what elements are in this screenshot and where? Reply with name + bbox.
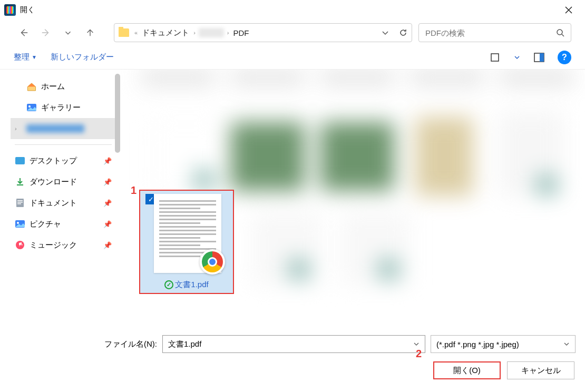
search-box[interactable] — [418, 23, 571, 42]
file-type-filter[interactable]: (*.pdf *.png *.jpg *.jpeg) — [431, 335, 576, 353]
filter-value: (*.pdf *.png *.jpg *.jpeg) — [436, 340, 519, 349]
chevron-down-icon — [63, 28, 73, 37]
main-area: ホーム ギャラリー › デスクトップ 📌 ダウンロード 📌 ドキュメント 📌 — [0, 70, 585, 328]
up-button[interactable] — [82, 25, 98, 41]
app-icon — [4, 4, 16, 16]
file-name-text: 文書1.pdf — [175, 280, 208, 290]
new-folder-label: 新しいフォルダー — [51, 52, 114, 62]
open-button[interactable]: 開く(O) — [433, 361, 501, 379]
sidebar-desktop-label: デスクトップ — [30, 156, 77, 166]
preview-pane-icon — [534, 53, 544, 62]
chevron-down-icon — [563, 341, 570, 347]
file-name-label: ✓ 文書1.pdf — [140, 280, 233, 290]
sidebar-item-documents[interactable]: ドキュメント 📌 — [11, 192, 116, 213]
svg-point-0 — [557, 30, 562, 35]
home-icon — [26, 82, 37, 91]
crumb-pdf[interactable]: PDF — [231, 28, 251, 37]
organize-bar: 整理▼ 新しいフォルダー ? — [0, 45, 585, 70]
folder-icon — [119, 28, 129, 37]
sync-ok-icon: ✓ — [164, 280, 173, 289]
pin-icon: 📌 — [103, 199, 112, 207]
sidebar-item-redacted[interactable]: › — [11, 118, 116, 139]
recent-dropdown[interactable] — [60, 25, 76, 41]
pin-icon: 📌 — [103, 241, 112, 249]
download-icon — [15, 177, 25, 187]
cancel-button[interactable]: キャンセル — [507, 361, 574, 379]
sidebar-item-home[interactable]: ホーム — [11, 76, 116, 97]
svg-rect-6 — [15, 157, 25, 164]
svg-rect-8 — [17, 200, 23, 201]
chevron-right-icon: › — [15, 125, 22, 132]
music-icon — [15, 240, 25, 250]
annotation-2: 2 — [416, 348, 422, 360]
svg-rect-10 — [17, 203, 21, 204]
new-folder-button[interactable]: 新しいフォルダー — [51, 52, 114, 62]
forward-button[interactable] — [38, 25, 54, 41]
title-bar: 開く — [0, 0, 585, 20]
svg-rect-9 — [17, 202, 23, 203]
sidebar-documents-label: ドキュメント — [30, 198, 77, 208]
svg-point-12 — [17, 222, 19, 224]
organize-label: 整理 — [14, 52, 30, 62]
close-icon — [565, 6, 572, 14]
chrome-icon — [200, 249, 225, 275]
pin-icon: 📌 — [103, 157, 112, 165]
sidebar-item-pictures[interactable]: ピクチャ 📌 — [11, 213, 116, 234]
sidebar-item-desktop[interactable]: デスクトップ 📌 — [11, 150, 116, 171]
view-dropdown[interactable] — [513, 50, 521, 65]
sidebar-home-label: ホーム — [41, 82, 65, 92]
view-mode-button[interactable] — [487, 50, 503, 65]
pin-icon: 📌 — [103, 220, 112, 228]
desktop-icon — [15, 156, 25, 165]
sidebar: ホーム ギャラリー › デスクトップ 📌 ダウンロード 📌 ドキュメント 📌 — [0, 70, 120, 328]
file-item-selected[interactable]: ✓ ✓ 文書1.pdf — [139, 190, 234, 294]
address-bar[interactable]: « ドキュメント › › PDF — [114, 23, 412, 42]
sidebar-pictures-label: ピクチャ — [30, 219, 61, 229]
svg-rect-3 — [540, 53, 544, 62]
preview-pane-button[interactable] — [531, 50, 547, 65]
chevron-right-icon: › — [225, 30, 231, 36]
svg-rect-1 — [491, 54, 499, 61]
redacted-label — [26, 124, 84, 133]
crumb-prefix: « — [132, 30, 140, 36]
back-button[interactable] — [16, 25, 32, 41]
sidebar-item-music[interactable]: ミュージック 📌 — [11, 234, 116, 256]
sidebar-separator — [15, 144, 112, 145]
window-title: 開く — [20, 5, 35, 15]
refresh-icon[interactable] — [399, 28, 407, 37]
chevron-down-icon — [413, 341, 420, 347]
arrow-up-icon — [85, 28, 95, 37]
sidebar-item-downloads[interactable]: ダウンロード 📌 — [11, 171, 116, 192]
help-icon: ? — [562, 53, 567, 62]
pin-icon: 📌 — [103, 178, 112, 186]
crumb-documents[interactable]: ドキュメント — [140, 28, 191, 38]
nav-toolbar: « ドキュメント › › PDF — [0, 20, 585, 45]
sidebar-music-label: ミュージック — [30, 240, 77, 250]
svg-point-5 — [28, 105, 31, 107]
sidebar-downloads-label: ダウンロード — [30, 177, 77, 187]
caret-down-icon — [514, 55, 520, 60]
help-button[interactable]: ? — [558, 51, 571, 64]
search-icon — [556, 28, 564, 37]
file-list-area[interactable]: 1 ✓ ✓ 文書1.pdf — [120, 70, 585, 328]
sidebar-scrollbar[interactable] — [115, 74, 120, 153]
sidebar-item-gallery[interactable]: ギャラリー — [11, 97, 116, 118]
filename-value: 文書1.pdf — [168, 339, 201, 349]
filename-field-label: ファイル名(N): — [104, 339, 157, 349]
svg-rect-7 — [16, 199, 24, 207]
arrow-right-icon — [41, 28, 51, 37]
document-icon — [15, 198, 25, 208]
close-button[interactable] — [557, 0, 581, 20]
chevron-right-icon: › — [191, 30, 198, 36]
organize-menu[interactable]: 整理▼ — [14, 52, 37, 62]
bottom-bar: ファイル名(N): 文書1.pdf (*.pdf *.png *.jpg *.j… — [0, 328, 585, 389]
search-input[interactable] — [425, 28, 556, 37]
filename-input[interactable]: 文書1.pdf — [162, 335, 425, 353]
annotation-1: 1 — [131, 184, 136, 197]
pictures-icon — [15, 219, 25, 229]
chevron-down-icon[interactable] — [381, 28, 389, 37]
sidebar-gallery-label: ギャラリー — [41, 103, 81, 113]
caret-down-icon: ▼ — [32, 54, 37, 60]
crumb-redacted[interactable] — [199, 28, 224, 37]
arrow-left-icon — [19, 28, 28, 37]
